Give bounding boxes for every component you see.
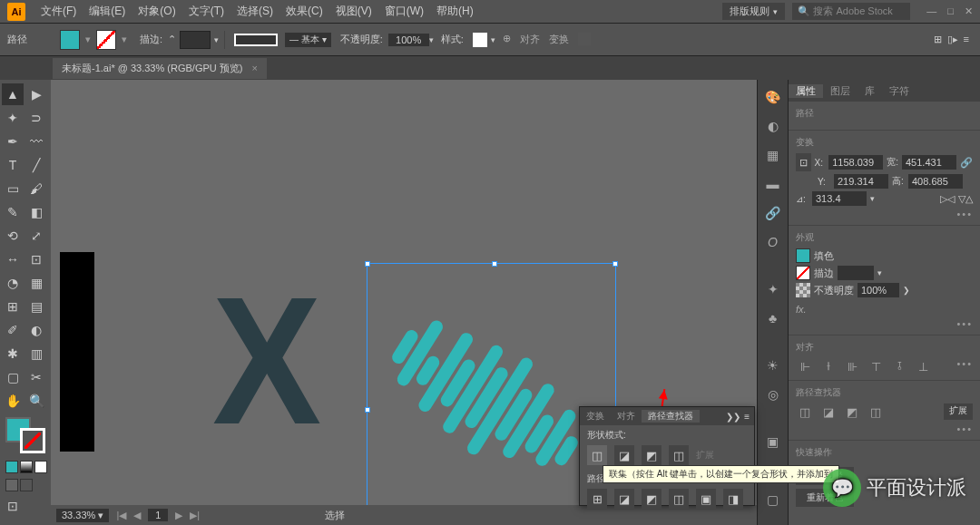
menu-view[interactable]: 视图(V) [329, 4, 378, 19]
minus-front-icon[interactable]: ◪ [819, 403, 838, 420]
x-input[interactable] [828, 155, 883, 170]
stroke-dropdown[interactable]: ▾ [116, 30, 132, 50]
align-left-icon[interactable]: ⊩ [796, 358, 814, 374]
menu-file[interactable]: 文件(F) [34, 4, 83, 19]
appearance-more[interactable]: ••• [956, 318, 973, 329]
intersect-button[interactable]: ◩ [642, 445, 662, 465]
panel-collapse[interactable]: ❯❯ [726, 412, 740, 422]
align-right-icon[interactable]: ⊪ [843, 358, 861, 374]
prev-artboard[interactable]: ◀ [133, 510, 141, 521]
blend-tool[interactable]: ◐ [25, 319, 47, 341]
document-tab[interactable]: 未标题-1.ai* @ 33.33% (RGB/GPU 预览) × [53, 58, 267, 79]
fill-swatch[interactable] [60, 30, 80, 50]
graphic-styles-icon[interactable]: ◎ [763, 384, 783, 404]
menu-effect[interactable]: 效果(C) [279, 4, 329, 19]
stroke-decr[interactable]: ⌃ [168, 34, 176, 45]
selection-tool[interactable]: ▲ [2, 83, 24, 105]
expand-button[interactable]: 扩展 [944, 403, 973, 420]
flip-v-icon[interactable]: ▽△ [958, 193, 973, 205]
align-tab[interactable]: 对齐 [611, 410, 642, 423]
intersect-icon[interactable]: ◩ [843, 403, 861, 420]
flip-h-icon[interactable]: ▷◁ [940, 193, 955, 205]
line-tool[interactable]: ╱ [25, 154, 47, 176]
layers-icon[interactable]: ▣ [763, 432, 783, 452]
minus-back-button[interactable]: ◨ [723, 489, 743, 509]
menu-icon[interactable]: ≡ [964, 34, 969, 45]
gradient-panel-icon[interactable]: ✦ [763, 279, 783, 299]
fx-button[interactable]: fx. [796, 300, 973, 318]
brush-definition[interactable]: — 基本 ▾ [285, 33, 331, 47]
transform-tab[interactable]: 变换 [580, 410, 611, 423]
gradient-mode[interactable] [20, 461, 33, 473]
gradient-tool[interactable]: ▤ [25, 296, 47, 317]
menu-object[interactable]: 对象(O) [132, 4, 181, 19]
stroke-weight[interactable] [838, 266, 874, 280]
reference-point[interactable]: ⊡ [796, 153, 811, 171]
stroke-swatch[interactable] [96, 30, 116, 50]
width-tool[interactable]: ↔ [2, 248, 24, 270]
merge-button[interactable]: ◩ [642, 489, 662, 509]
pen-tool[interactable]: ✒ [2, 131, 24, 152]
rotate-tool[interactable]: ⟲ [2, 225, 24, 247]
pathfinder-tab[interactable]: 路径查找器 [642, 410, 700, 423]
paintbrush-tool[interactable]: 🖌 [25, 178, 47, 199]
mesh-tool[interactable]: ⊞ [2, 296, 24, 317]
magic-wand-tool[interactable]: ✦ [2, 107, 24, 129]
perspective-tool[interactable]: ▦ [25, 272, 47, 294]
none-mode[interactable] [34, 461, 47, 473]
exclude-icon[interactable]: ◫ [867, 403, 885, 420]
y-input[interactable] [834, 174, 888, 189]
pathfinder-more[interactable]: ••• [956, 423, 973, 434]
arrange-dropdown[interactable]: 排版规则▾ [722, 3, 785, 20]
curvature-tool[interactable]: 〰 [25, 131, 47, 152]
height-input[interactable] [908, 174, 963, 189]
artboard-tool[interactable]: ▢ [2, 366, 24, 388]
zoom-tool[interactable]: 🔍 [25, 390, 47, 412]
align-more[interactable]: ••• [956, 358, 973, 374]
first-artboard[interactable]: |◀ [116, 510, 126, 521]
layers-tab[interactable]: 图层 [823, 84, 858, 98]
screen-mode[interactable]: ⊡ [2, 495, 24, 517]
divide-button[interactable]: ⊞ [587, 489, 607, 509]
stroke-width-input[interactable] [180, 31, 211, 49]
slice-tool[interactable]: ✂ [25, 366, 47, 388]
artboard-number[interactable]: 1 [148, 509, 168, 521]
fill-color[interactable] [796, 248, 810, 263]
scale-tool[interactable]: ⤢ [25, 225, 47, 247]
style-swatch[interactable] [473, 33, 487, 47]
menu-edit[interactable]: 编辑(E) [83, 4, 132, 19]
transform-more[interactable]: ••• [956, 209, 973, 219]
isolate-icon[interactable] [578, 33, 591, 45]
opacity-dropdown[interactable]: ▾ [429, 35, 434, 44]
maximize-button[interactable]: □ [947, 5, 954, 17]
swatches-icon[interactable]: ▦ [763, 145, 783, 165]
search-input[interactable]: 🔍 搜索 Adobe Stock [792, 3, 910, 20]
opacity-input[interactable]: 100% [388, 34, 429, 46]
symbol-sprayer-tool[interactable]: ✱ [2, 343, 24, 365]
style-dropdown[interactable]: ▾ [491, 35, 495, 44]
shape-builder-tool[interactable]: ◔ [2, 272, 24, 294]
graph-tool[interactable]: ▥ [25, 343, 47, 365]
transparency-icon[interactable]: ♣ [763, 308, 783, 328]
opacity-value[interactable] [858, 283, 899, 297]
menu-select[interactable]: 选择(S) [230, 4, 279, 19]
free-transform-tool[interactable]: ⊡ [25, 248, 47, 270]
align-top-icon[interactable]: ⊤ [867, 358, 885, 374]
align-hcenter-icon[interactable]: ⫲ [819, 358, 838, 374]
next-artboard[interactable]: ▶ [175, 510, 182, 521]
expand-shape-button[interactable]: 扩展 [696, 449, 714, 462]
eraser-tool[interactable]: ◧ [25, 201, 47, 223]
shaper-tool[interactable]: ✎ [2, 201, 24, 223]
draw-behind[interactable] [20, 479, 33, 491]
outline-button[interactable]: ▣ [696, 489, 716, 509]
rectangle-tool[interactable]: ▭ [2, 178, 24, 199]
libraries-tab[interactable]: 库 [858, 84, 882, 98]
color-panel-icon[interactable]: 🎨 [763, 87, 783, 107]
brushes-icon[interactable]: ▬ [763, 174, 783, 194]
align-bottom-icon[interactable]: ⊥ [914, 358, 932, 374]
menu-type[interactable]: 文字(T) [182, 4, 230, 19]
color-mode[interactable] [5, 461, 18, 473]
color-guide-icon[interactable]: ◐ [763, 116, 783, 136]
stroke-profile[interactable] [234, 34, 278, 46]
trim-button[interactable]: ◪ [614, 489, 634, 509]
